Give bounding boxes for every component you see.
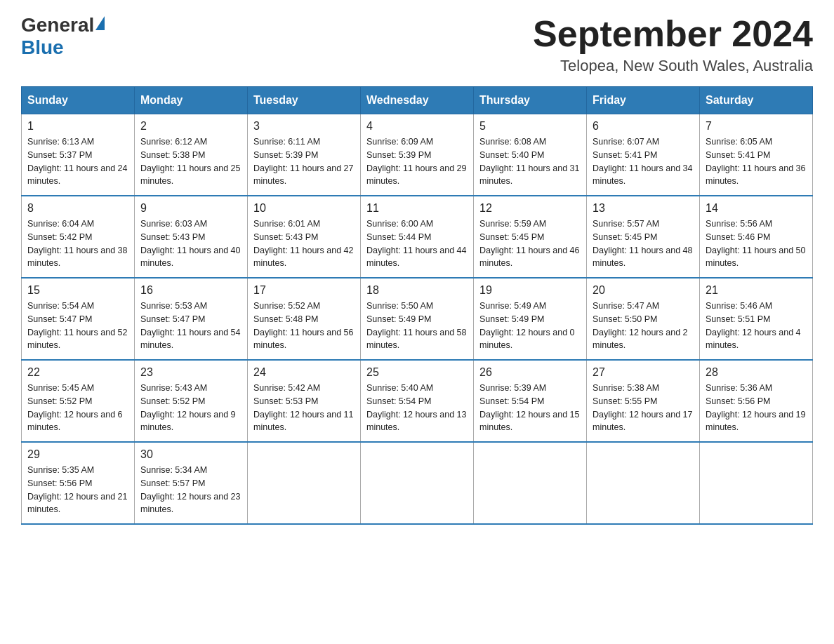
day-info: Sunrise: 6:12 AM Sunset: 5:38 PM Dayligh… [140, 135, 241, 188]
day-number: 15 [27, 284, 128, 297]
day-number: 4 [366, 120, 468, 133]
table-row: 9 Sunrise: 6:03 AM Sunset: 5:43 PM Dayli… [135, 196, 248, 278]
day-info: Sunrise: 5:56 AM Sunset: 5:46 PM Dayligh… [706, 217, 807, 270]
day-number: 21 [706, 284, 807, 297]
calendar-week-row: 15 Sunrise: 5:54 AM Sunset: 5:47 PM Dayl… [22, 278, 813, 360]
table-row: 4 Sunrise: 6:09 AM Sunset: 5:39 PM Dayli… [361, 114, 474, 196]
day-number: 8 [27, 202, 128, 215]
day-number: 13 [593, 202, 694, 215]
day-number: 20 [593, 284, 694, 297]
table-row: 17 Sunrise: 5:52 AM Sunset: 5:48 PM Dayl… [248, 278, 361, 360]
weekday-header-row: Sunday Monday Tuesday Wednesday Thursday… [22, 87, 813, 114]
table-row: 5 Sunrise: 6:08 AM Sunset: 5:40 PM Dayli… [474, 114, 587, 196]
calendar-week-row: 1 Sunrise: 6:13 AM Sunset: 5:37 PM Dayli… [22, 114, 813, 196]
table-row: 13 Sunrise: 5:57 AM Sunset: 5:45 PM Dayl… [587, 196, 700, 278]
day-number: 12 [479, 202, 581, 215]
day-number: 14 [706, 202, 807, 215]
day-info: Sunrise: 5:57 AM Sunset: 5:45 PM Dayligh… [593, 217, 694, 270]
day-info: Sunrise: 6:04 AM Sunset: 5:42 PM Dayligh… [27, 217, 128, 270]
day-info: Sunrise: 5:35 AM Sunset: 5:56 PM Dayligh… [27, 464, 128, 516]
table-row: 23 Sunrise: 5:43 AM Sunset: 5:52 PM Dayl… [135, 360, 248, 442]
logo-blue-text: Blue [21, 36, 64, 58]
day-info: Sunrise: 5:52 AM Sunset: 5:48 PM Dayligh… [253, 300, 355, 352]
day-info: Sunrise: 6:11 AM Sunset: 5:39 PM Dayligh… [253, 135, 355, 188]
day-number: 24 [253, 366, 355, 379]
table-row: 3 Sunrise: 6:11 AM Sunset: 5:39 PM Dayli… [248, 114, 361, 196]
day-number: 6 [593, 120, 694, 133]
day-info: Sunrise: 5:36 AM Sunset: 5:56 PM Dayligh… [706, 382, 807, 434]
day-number: 23 [140, 366, 241, 379]
day-info: Sunrise: 6:01 AM Sunset: 5:43 PM Dayligh… [253, 217, 355, 270]
logo-triangle-icon [95, 16, 105, 30]
table-row: 28 Sunrise: 5:36 AM Sunset: 5:56 PM Dayl… [700, 360, 813, 442]
day-info: Sunrise: 5:38 AM Sunset: 5:55 PM Dayligh… [593, 382, 694, 434]
day-number: 9 [140, 202, 241, 215]
day-number: 10 [253, 202, 355, 215]
header-thursday: Thursday [474, 87, 587, 114]
table-row [361, 442, 474, 524]
day-info: Sunrise: 6:09 AM Sunset: 5:39 PM Dayligh… [366, 135, 468, 188]
day-number: 18 [366, 284, 468, 297]
day-number: 5 [479, 120, 581, 133]
day-number: 28 [706, 366, 807, 379]
header-saturday: Saturday [700, 87, 813, 114]
day-info: Sunrise: 5:40 AM Sunset: 5:54 PM Dayligh… [366, 382, 468, 434]
table-row: 15 Sunrise: 5:54 AM Sunset: 5:47 PM Dayl… [22, 278, 135, 360]
logo: General Blue [21, 14, 105, 59]
table-row: 12 Sunrise: 5:59 AM Sunset: 5:45 PM Dayl… [474, 196, 587, 278]
day-number: 17 [253, 284, 355, 297]
day-info: Sunrise: 6:07 AM Sunset: 5:41 PM Dayligh… [593, 135, 694, 188]
day-number: 22 [27, 366, 128, 379]
day-info: Sunrise: 5:59 AM Sunset: 5:45 PM Dayligh… [479, 217, 581, 270]
day-number: 1 [27, 120, 128, 133]
calendar-week-row: 8 Sunrise: 6:04 AM Sunset: 5:42 PM Dayli… [22, 196, 813, 278]
table-row: 21 Sunrise: 5:46 AM Sunset: 5:51 PM Dayl… [700, 278, 813, 360]
day-info: Sunrise: 5:34 AM Sunset: 5:57 PM Dayligh… [140, 464, 241, 516]
day-info: Sunrise: 6:00 AM Sunset: 5:44 PM Dayligh… [366, 217, 468, 270]
day-number: 16 [140, 284, 241, 297]
table-row: 6 Sunrise: 6:07 AM Sunset: 5:41 PM Dayli… [587, 114, 700, 196]
table-row: 7 Sunrise: 6:05 AM Sunset: 5:41 PM Dayli… [700, 114, 813, 196]
table-row: 1 Sunrise: 6:13 AM Sunset: 5:37 PM Dayli… [22, 114, 135, 196]
month-title: September 2024 [533, 14, 813, 54]
location-title: Telopea, New South Wales, Australia [533, 57, 813, 75]
table-row: 22 Sunrise: 5:45 AM Sunset: 5:52 PM Dayl… [22, 360, 135, 442]
table-row: 14 Sunrise: 5:56 AM Sunset: 5:46 PM Dayl… [700, 196, 813, 278]
day-number: 19 [479, 284, 581, 297]
day-info: Sunrise: 5:53 AM Sunset: 5:47 PM Dayligh… [140, 300, 241, 352]
header-wednesday: Wednesday [361, 87, 474, 114]
header-tuesday: Tuesday [248, 87, 361, 114]
day-info: Sunrise: 5:47 AM Sunset: 5:50 PM Dayligh… [593, 300, 694, 352]
table-row [700, 442, 813, 524]
day-number: 30 [140, 448, 241, 461]
day-info: Sunrise: 5:43 AM Sunset: 5:52 PM Dayligh… [140, 382, 241, 434]
table-row: 25 Sunrise: 5:40 AM Sunset: 5:54 PM Dayl… [361, 360, 474, 442]
day-info: Sunrise: 5:54 AM Sunset: 5:47 PM Dayligh… [27, 300, 128, 352]
header-friday: Friday [587, 87, 700, 114]
table-row: 18 Sunrise: 5:50 AM Sunset: 5:49 PM Dayl… [361, 278, 474, 360]
calendar-week-row: 29 Sunrise: 5:35 AM Sunset: 5:56 PM Dayl… [22, 442, 813, 524]
day-number: 2 [140, 120, 241, 133]
day-number: 26 [479, 366, 581, 379]
table-row [248, 442, 361, 524]
day-info: Sunrise: 5:46 AM Sunset: 5:51 PM Dayligh… [706, 300, 807, 352]
day-info: Sunrise: 5:49 AM Sunset: 5:49 PM Dayligh… [479, 300, 581, 352]
table-row: 24 Sunrise: 5:42 AM Sunset: 5:53 PM Dayl… [248, 360, 361, 442]
day-info: Sunrise: 5:45 AM Sunset: 5:52 PM Dayligh… [27, 382, 128, 434]
title-area: September 2024 Telopea, New South Wales,… [533, 14, 813, 75]
day-info: Sunrise: 6:08 AM Sunset: 5:40 PM Dayligh… [479, 135, 581, 188]
table-row: 26 Sunrise: 5:39 AM Sunset: 5:54 PM Dayl… [474, 360, 587, 442]
logo-text: General Blue [21, 14, 105, 59]
table-row: 2 Sunrise: 6:12 AM Sunset: 5:38 PM Dayli… [135, 114, 248, 196]
table-row [474, 442, 587, 524]
day-number: 29 [27, 448, 128, 461]
day-info: Sunrise: 5:50 AM Sunset: 5:49 PM Dayligh… [366, 300, 468, 352]
table-row: 16 Sunrise: 5:53 AM Sunset: 5:47 PM Dayl… [135, 278, 248, 360]
day-info: Sunrise: 5:42 AM Sunset: 5:53 PM Dayligh… [253, 382, 355, 434]
table-row: 27 Sunrise: 5:38 AM Sunset: 5:55 PM Dayl… [587, 360, 700, 442]
day-info: Sunrise: 6:03 AM Sunset: 5:43 PM Dayligh… [140, 217, 241, 270]
day-number: 27 [593, 366, 694, 379]
header-sunday: Sunday [22, 87, 135, 114]
day-number: 25 [366, 366, 468, 379]
page-header: General Blue September 2024 Telopea, New… [21, 14, 813, 75]
